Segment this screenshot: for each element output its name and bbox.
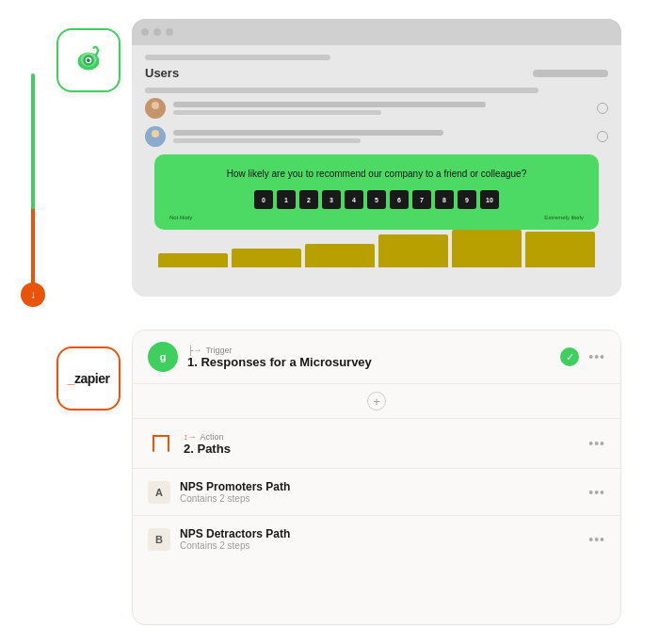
action-menu-button[interactable]: ••• [588,436,605,451]
svg-point-6 [88,58,90,60]
nps-number-row: 012345678910 [169,190,584,209]
skeleton-line [145,88,538,93]
nps-question: How likely are you to recommend our comp… [169,168,584,181]
avatar-2 [145,126,166,147]
user-line [173,102,486,107]
trigger-name: 1. Responses for a Microsurvey [187,355,372,369]
nps-button-3[interactable]: 3 [322,190,341,209]
svg-point-9 [152,130,159,137]
path-b-info: NPS Detractors Path Contains 2 steps [180,527,290,551]
path-a-info: NPS Promoters Path Contains 2 steps [180,480,290,504]
search-bar-skeleton [533,70,608,77]
check-icon: ✓ [560,347,579,366]
user-line [173,110,381,115]
chart-bar [525,232,595,267]
user-line [173,130,443,136]
action-arrow-icon: ↕→ [184,432,197,442]
trigger-arrow-icon: ├→ [187,346,201,355]
action-name: 2. Paths [184,442,231,456]
path-a-steps: Contains 2 steps [180,493,290,504]
chart-bar [452,230,522,267]
user-row-1 [145,98,608,119]
action-right: ••• [588,436,605,451]
svg-point-7 [152,102,159,109]
trigger-menu-button[interactable]: ••• [588,349,605,364]
trigger-right: ✓ ••• [560,347,605,366]
nps-button-5[interactable]: 5 [367,190,386,209]
path-b-menu-button[interactable]: ••• [588,532,605,547]
path-a-menu-button[interactable]: ••• [588,485,605,500]
svg-point-8 [150,111,161,119]
user-line [173,138,361,143]
user-row-2 [145,126,608,147]
trigger-label: ├→ Trigger [187,346,372,355]
connector-arrow: ↓ [21,282,45,307]
search-icon [597,103,608,114]
window-dot-1 [141,28,149,36]
path-b-row: B NPS Detractors Path Contains 2 steps •… [133,516,620,562]
svg-point-10 [150,139,161,147]
nps-label-right: Extremely likely [544,215,584,220]
trigger-info: ├→ Trigger 1. Responses for a Microsurve… [187,346,372,369]
nps-button-8[interactable]: 8 [435,190,454,209]
arrow-icon: ↓ [30,288,36,301]
search-icon [597,131,608,142]
connector-line [31,73,35,299]
bottom-section: _zapier g ├→ Trigger 1. Responses for a … [56,330,621,625]
add-step-button[interactable]: + [367,392,386,411]
path-b-right: ••• [588,532,605,547]
paths-info: ↕→ Action 2. Paths [184,432,231,456]
chart-bar [378,234,448,267]
nps-button-2[interactable]: 2 [299,190,318,209]
path-b-name: NPS Detractors Path [180,527,290,540]
window-dot-3 [166,28,173,36]
users-header: Users [145,66,608,80]
trigger-icon: g [148,342,178,372]
skeleton-line [145,55,330,60]
window-content: Users [132,45,621,267]
user-info-1 [173,102,589,115]
window-bar [132,19,621,45]
nps-button-4[interactable]: 4 [345,190,363,209]
users-title: Users [145,66,179,80]
app-screenshot-card: Users [132,19,621,297]
microsurvey-icon [56,28,121,92]
path-a-row: A NPS Promoters Path Contains 2 steps ••… [133,469,620,516]
plus-row: + [133,384,620,419]
path-a-letter: A [148,481,170,504]
bar-chart [145,230,608,267]
nps-button-9[interactable]: 9 [458,190,476,209]
path-a-right: ••• [588,485,605,500]
user-info-2 [173,130,589,143]
workflow-card: g ├→ Trigger 1. Responses for a Microsur… [132,330,621,625]
nps-survey-card: How likely are you to recommend our comp… [154,154,599,230]
action-label: ↕→ Action [184,432,231,442]
paths-icon [148,430,174,457]
nps-labels: Not likely Extremely likely [169,215,584,220]
path-a-name: NPS Promoters Path [180,480,290,493]
nps-button-0[interactable]: 0 [254,190,273,209]
paths-row: ↕→ Action 2. Paths ••• [133,419,620,469]
chart-bar [158,253,228,267]
nps-button-7[interactable]: 7 [412,190,431,209]
nps-button-6[interactable]: 6 [390,190,409,209]
path-b-steps: Contains 2 steps [180,540,290,551]
top-section: Users [56,19,621,297]
nps-button-10[interactable]: 10 [480,190,499,209]
zapier-text: zapier [74,371,109,386]
window-dot-2 [153,28,161,36]
chart-bar [232,249,301,267]
zapier-logo-box: _zapier [56,346,121,411]
zapier-logo: _zapier [68,371,110,386]
chart-bar [305,244,375,267]
svg-text:g: g [160,351,167,362]
nps-label-left: Not likely [169,215,192,220]
avatar-1 [145,98,166,119]
path-b-letter: B [148,528,170,551]
trigger-row: g ├→ Trigger 1. Responses for a Microsur… [133,330,620,384]
nps-button-1[interactable]: 1 [277,190,296,209]
